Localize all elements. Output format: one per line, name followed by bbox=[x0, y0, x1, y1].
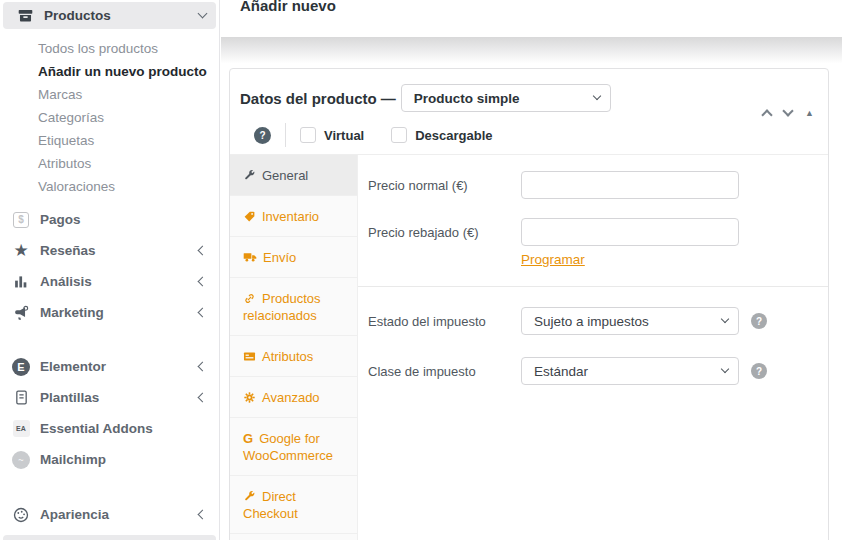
regular-price-label: Precio normal (€) bbox=[368, 171, 521, 193]
virtual-checkbox[interactable] bbox=[300, 127, 316, 143]
help-icon[interactable]: ? bbox=[254, 127, 271, 144]
downloadable-checkbox[interactable] bbox=[391, 127, 407, 143]
sidebar-item-partial[interactable] bbox=[3, 535, 216, 540]
gear-icon bbox=[243, 391, 256, 404]
sidebar-item-label: Mailchimp bbox=[40, 452, 106, 467]
move-up-icon[interactable] bbox=[761, 109, 772, 120]
chevron-down-icon bbox=[721, 315, 729, 323]
sidebar-item-apariencia[interactable]: Apariencia bbox=[0, 499, 219, 530]
tab-google-for-woocommerce[interactable]: GGoogle for WooCommerce bbox=[230, 418, 357, 476]
document-icon bbox=[11, 388, 31, 408]
sidebar-item-label: Apariencia bbox=[40, 507, 109, 522]
payments-icon: $ bbox=[11, 210, 31, 230]
sidebar-item-label: Reseñas bbox=[40, 243, 96, 258]
downloadable-checkbox-label[interactable]: Descargable bbox=[415, 128, 492, 143]
metabox-header: Datos del producto — Producto simple ▲ ?… bbox=[230, 69, 828, 155]
sidebar-item-plantillas[interactable]: Plantillas bbox=[0, 382, 219, 413]
tab-envio[interactable]: Envío bbox=[230, 237, 357, 278]
card-icon bbox=[243, 350, 256, 363]
regular-price-input[interactable] bbox=[521, 171, 739, 199]
metabox-body: General Inventario Envío Productos relac… bbox=[230, 155, 828, 540]
sidebar-item-label: Elementor bbox=[40, 359, 106, 374]
tab-avanzado[interactable]: Avanzado bbox=[230, 377, 357, 418]
product-data-metabox: Datos del producto — Producto simple ▲ ?… bbox=[229, 68, 829, 540]
chevron-down-icon bbox=[721, 365, 729, 373]
google-g-icon: G bbox=[243, 430, 253, 447]
productos-submenu: Todos los productos Añadir un nuevo prod… bbox=[0, 29, 219, 204]
megaphone-icon bbox=[11, 303, 31, 323]
page-title: Añadir nuevo bbox=[240, 0, 336, 14]
submenu-item-todos-los-productos[interactable]: Todos los productos bbox=[38, 37, 219, 60]
schedule-link[interactable]: Programar bbox=[521, 252, 585, 267]
general-tab-panel: Precio normal (€) Precio rebajado (€) Pr… bbox=[358, 155, 828, 540]
submenu-item-marcas[interactable]: Marcas bbox=[38, 83, 219, 106]
sidebar-item-resenas[interactable]: ★ Reseñas bbox=[0, 235, 219, 266]
sidebar-item-label: Productos bbox=[44, 8, 111, 23]
submenu-item-categorias[interactable]: Categorías bbox=[38, 106, 219, 129]
sale-price-label: Precio rebajado (€) bbox=[368, 218, 521, 240]
tax-class-label: Clase de impuesto bbox=[368, 357, 521, 379]
metabox-controls: ▲ bbox=[763, 107, 814, 119]
collapse-toggle-icon[interactable]: ▲ bbox=[805, 109, 814, 118]
product-type-select[interactable]: Producto simple bbox=[401, 84, 611, 112]
help-icon[interactable]: ? bbox=[751, 363, 767, 379]
divider bbox=[285, 123, 286, 147]
chevron-left-icon bbox=[198, 510, 208, 520]
sale-price-input[interactable] bbox=[521, 218, 739, 246]
bar-chart-icon bbox=[11, 272, 31, 292]
sidebar-item-marketing[interactable]: Marketing bbox=[0, 297, 219, 328]
editor-shadow-band bbox=[221, 37, 842, 63]
elementor-icon: E bbox=[11, 357, 31, 377]
chevron-left-icon bbox=[198, 246, 208, 256]
tab-productos-relacionados[interactable]: Productos relacionados bbox=[230, 278, 357, 336]
sidebar-item-pagos[interactable]: $ Pagos bbox=[0, 204, 219, 235]
mailchimp-icon: ~ bbox=[11, 450, 31, 470]
sidebar-item-essential-addons[interactable]: EA Essential Addons bbox=[0, 413, 219, 444]
tax-class-select[interactable]: Estándar bbox=[521, 357, 739, 385]
chevron-left-icon bbox=[198, 393, 208, 403]
wrench-icon bbox=[243, 169, 256, 182]
sidebar-item-productos[interactable]: Productos bbox=[3, 2, 216, 29]
wrench-icon bbox=[243, 490, 256, 503]
chevron-left-icon bbox=[198, 308, 208, 318]
tab-general[interactable]: General bbox=[230, 155, 357, 196]
chevron-left-icon bbox=[198, 362, 208, 372]
chevron-down-icon bbox=[593, 92, 601, 100]
sidebar-item-label: Marketing bbox=[40, 305, 104, 320]
move-down-icon[interactable] bbox=[782, 105, 793, 116]
tab-inventario[interactable]: Inventario bbox=[230, 196, 357, 237]
sidebar-item-label: Essential Addons bbox=[40, 421, 153, 436]
sidebar-item-mailchimp[interactable]: ~ Mailchimp bbox=[0, 444, 219, 475]
product-data-tabs: General Inventario Envío Productos relac… bbox=[230, 155, 358, 540]
help-icon[interactable]: ? bbox=[751, 313, 767, 329]
virtual-checkbox-label[interactable]: Virtual bbox=[324, 128, 364, 143]
sidebar-item-label: Pagos bbox=[40, 212, 81, 227]
admin-sidebar: Productos Todos los productos Añadir un … bbox=[0, 0, 220, 540]
submenu-item-atributos[interactable]: Atributos bbox=[38, 152, 219, 175]
submenu-item-valoraciones[interactable]: Valoraciones bbox=[38, 175, 219, 198]
sidebar-item-label: Plantillas bbox=[40, 390, 99, 405]
chevron-left-icon bbox=[198, 277, 208, 287]
truck-icon bbox=[243, 250, 257, 264]
tab-atributos[interactable]: Atributos bbox=[230, 336, 357, 377]
sidebar-item-elementor[interactable]: E Elementor bbox=[0, 351, 219, 382]
tax-status-label: Estado del impuesto bbox=[368, 307, 521, 329]
metabox-title: Datos del producto — bbox=[240, 90, 396, 107]
tag-icon bbox=[243, 210, 256, 223]
sidebar-item-analisis[interactable]: Análisis bbox=[0, 266, 219, 297]
palette-icon bbox=[11, 505, 31, 525]
link-icon bbox=[243, 292, 256, 305]
submenu-item-etiquetas[interactable]: Etiquetas bbox=[38, 129, 219, 152]
tab-direct-checkout[interactable]: Direct Checkout bbox=[230, 476, 357, 534]
submenu-item-anadir-producto[interactable]: Añadir un nuevo producto bbox=[38, 60, 219, 83]
main-content: Añadir nuevo Datos del producto — Produc… bbox=[221, 0, 842, 540]
star-icon: ★ bbox=[11, 241, 31, 261]
chevron-down-icon bbox=[198, 9, 208, 19]
section-divider bbox=[358, 286, 828, 287]
sidebar-item-label: Análisis bbox=[40, 274, 92, 289]
tax-status-select[interactable]: Sujeto a impuestos bbox=[521, 307, 739, 335]
products-box-icon bbox=[15, 6, 35, 26]
ea-badge-icon: EA bbox=[11, 419, 31, 439]
